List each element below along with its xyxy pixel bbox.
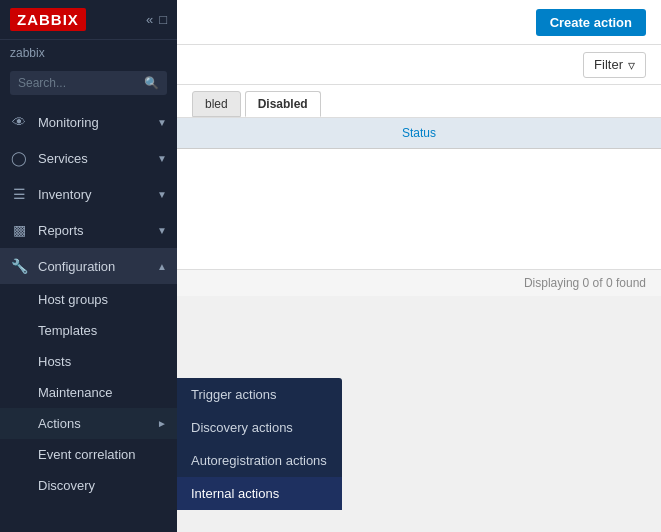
sidebar-item-actions[interactable]: Actions ►	[0, 408, 177, 439]
table-area: Status	[177, 118, 661, 269]
sidebar-controls: « □	[146, 12, 167, 27]
filter-button[interactable]: Filter ▿	[583, 52, 646, 78]
sidebar-item-hosts[interactable]: Hosts	[0, 346, 177, 377]
zabbix-logo: ZABBIX	[10, 8, 86, 31]
sidebar-item-services[interactable]: ◯ Services ▼	[0, 140, 177, 176]
dropdown-item-internal-actions[interactable]: Internal actions	[177, 477, 342, 510]
sidebar-item-event-correlation[interactable]: Event correlation	[0, 439, 177, 470]
monitoring-arrow: ▼	[157, 117, 167, 128]
collapse-icon[interactable]: «	[146, 12, 153, 27]
tab-disabled-label: Disabled	[258, 97, 308, 111]
sidebar-item-inventory[interactable]: ☰ Inventory ▼	[0, 176, 177, 212]
dropdown-item-autoregistration-actions[interactable]: Autoregistration actions	[177, 444, 342, 477]
tab-enabled[interactable]: bled	[192, 91, 241, 117]
dropdown-item-discovery-actions[interactable]: Discovery actions	[177, 411, 342, 444]
filter-label: Filter	[594, 57, 623, 72]
tabs-bar: bled Disabled	[177, 85, 661, 118]
tab-enabled-label: bled	[205, 97, 228, 111]
main-header: Create action	[177, 0, 661, 45]
reports-arrow: ▼	[157, 225, 167, 236]
sidebar: ZABBIX « □ zabbix 🔍 👁 Monitoring ▼ ◯ Ser…	[0, 0, 177, 532]
configuration-icon: 🔧	[10, 258, 28, 274]
status-header: Status	[192, 126, 646, 140]
services-icon: ◯	[10, 150, 28, 166]
configuration-label: Configuration	[38, 259, 147, 274]
inventory-label: Inventory	[38, 187, 147, 202]
monitoring-icon: 👁	[10, 114, 28, 130]
monitoring-label: Monitoring	[38, 115, 147, 130]
dropdown-item-trigger-actions[interactable]: Trigger actions	[177, 378, 342, 411]
tab-disabled[interactable]: Disabled	[245, 91, 321, 117]
sidebar-header: ZABBIX « □	[0, 0, 177, 40]
sidebar-item-reports[interactable]: ▩ Reports ▼	[0, 212, 177, 248]
displaying-text: Displaying 0 of 0 found	[177, 269, 661, 296]
sidebar-item-templates[interactable]: Templates	[0, 315, 177, 346]
sidebar-user: zabbix	[0, 40, 177, 66]
configuration-arrow: ▲	[157, 261, 167, 272]
sidebar-item-monitoring[interactable]: 👁 Monitoring ▼	[0, 104, 177, 140]
services-arrow: ▼	[157, 153, 167, 164]
reports-label: Reports	[38, 223, 147, 238]
sidebar-item-configuration[interactable]: 🔧 Configuration ▲	[0, 248, 177, 284]
create-action-button[interactable]: Create action	[536, 9, 646, 36]
kiosk-icon[interactable]: □	[159, 12, 167, 27]
reports-icon: ▩	[10, 222, 28, 238]
sidebar-item-discovery[interactable]: Discovery	[0, 470, 177, 501]
services-label: Services	[38, 151, 147, 166]
actions-arrow-right: ►	[157, 418, 167, 429]
sidebar-item-maintenance[interactable]: Maintenance	[0, 377, 177, 408]
table-empty-area	[177, 149, 661, 269]
filter-bar: Filter ▿	[177, 45, 661, 85]
search-icon: 🔍	[144, 76, 159, 90]
inventory-icon: ☰	[10, 186, 28, 202]
table-header: Status	[177, 118, 661, 149]
actions-dropdown: Trigger actions Discovery actions Autore…	[177, 378, 342, 510]
search-box: 🔍	[0, 66, 177, 100]
sidebar-item-host-groups[interactable]: Host groups	[0, 284, 177, 315]
filter-icon: ▿	[628, 57, 635, 73]
inventory-arrow: ▼	[157, 189, 167, 200]
